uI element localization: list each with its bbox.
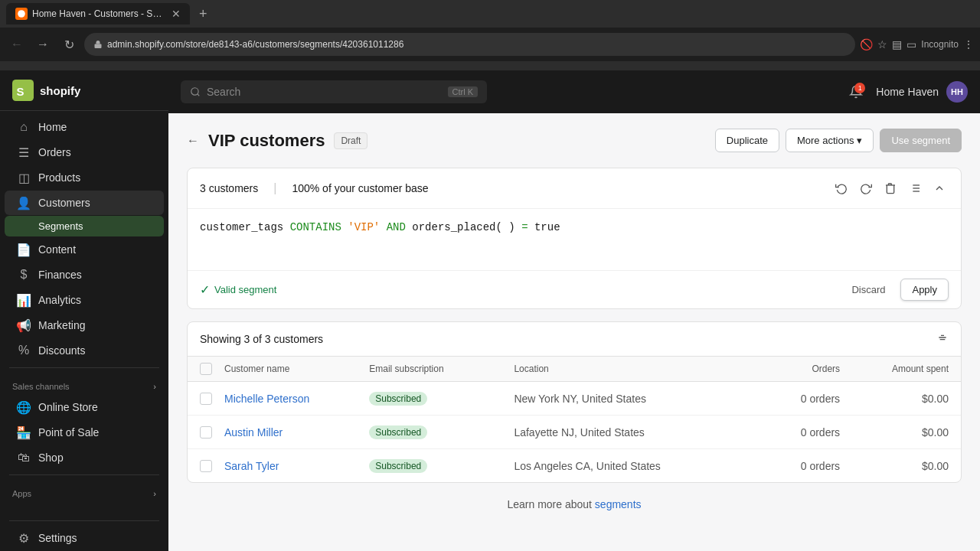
row-3-checkbox[interactable] — [200, 460, 212, 472]
customer-amount-2: $0.00 — [840, 426, 949, 439]
code-eq: = — [521, 221, 528, 233]
subscribed-badge-2: Subscribed — [369, 425, 427, 439]
apps-expand[interactable]: › — [153, 489, 156, 498]
discard-btn[interactable]: Discard — [842, 279, 894, 300]
apply-btn[interactable]: Apply — [900, 279, 949, 301]
customer-name-2[interactable]: Austin Miller — [224, 426, 369, 439]
bookmark-icon[interactable]: ☆ — [877, 38, 887, 51]
notification-btn[interactable]: 1 — [844, 80, 868, 104]
code-and-kw: AND — [387, 221, 406, 233]
extensions-icon[interactable]: ▤ — [892, 38, 902, 51]
sidebar-item-settings[interactable]: ⚙ Settings — [5, 526, 164, 550]
col-header-orders: Orders — [731, 364, 840, 374]
sidebar-item-segments[interactable]: Segments — [5, 216, 164, 236]
notification-badge: 1 — [854, 83, 865, 93]
sidebar-item-finances[interactable]: $ Finances — [5, 262, 164, 287]
filter-btn[interactable] — [906, 179, 924, 197]
sidebar-item-content[interactable]: 📄 Content — [5, 237, 164, 262]
sidebar-item-label: Home — [38, 121, 67, 133]
browser-titlebar: Home Haven - Customers - Sho... ✕ + — [0, 0, 980, 28]
topbar-search[interactable]: Search Ctrl K — [181, 80, 487, 103]
back-to-customers-btn[interactable]: ← — [187, 134, 199, 148]
sidebar-item-marketing[interactable]: 📢 Marketing — [5, 313, 164, 337]
row-2-checkbox[interactable] — [200, 426, 212, 439]
customer-orders-1: 0 orders — [731, 393, 840, 405]
draft-badge: Draft — [334, 132, 368, 149]
window-icon[interactable]: ▭ — [906, 38, 916, 51]
customer-name-3[interactable]: Sarah Tyler — [224, 460, 369, 472]
sidebar-item-customers[interactable]: 👤 Customers — [5, 191, 164, 215]
forward-btn[interactable]: → — [32, 34, 54, 55]
sidebar-item-label: Shop — [38, 452, 64, 464]
col-header-email: Email subscription — [369, 364, 514, 374]
topbar-right: 1 Home Haven HH — [844, 80, 968, 104]
customer-base: 100% of your customer base — [292, 182, 428, 194]
sidebar-item-online-store[interactable]: 🌐 Online Store — [5, 395, 164, 419]
sidebar-item-label: Customers — [38, 197, 90, 209]
col-header-location: Location — [514, 364, 731, 374]
reload-btn[interactable]: ↻ — [58, 34, 80, 55]
row-checkbox-1[interactable] — [200, 393, 224, 405]
use-segment-btn[interactable]: Use segment — [880, 129, 962, 152]
code-and — [380, 221, 386, 233]
more-actions-btn[interactable]: More actions ▾ — [786, 129, 874, 152]
shopify-text: shopify — [40, 84, 80, 97]
segments-link[interactable]: segments — [595, 498, 642, 510]
redo-btn[interactable] — [857, 179, 875, 197]
row-checkbox-2[interactable] — [200, 426, 224, 439]
sidebar-item-point-of-sale[interactable]: 🏪 Point of Sale — [5, 420, 164, 445]
discounts-icon: % — [17, 344, 31, 357]
sales-channels-expand[interactable]: › — [153, 382, 156, 391]
sidebar: S shopify ⌂ Home ☰ Orders ◫ Products 👤 C… — [0, 70, 168, 551]
tab-close-btn[interactable]: ✕ — [172, 8, 181, 19]
row-checkbox-3[interactable] — [200, 460, 224, 472]
sidebar-item-label: Content — [38, 243, 76, 256]
new-tab-btn[interactable]: + — [199, 6, 207, 22]
select-all-checkbox[interactable] — [200, 363, 212, 375]
separator: | — [273, 181, 276, 195]
editor-tools — [832, 179, 949, 197]
svg-rect-1 — [95, 44, 102, 49]
eye-slash-icon[interactable]: 🚫 — [860, 38, 873, 51]
undo-btn[interactable] — [832, 179, 851, 197]
sidebar-item-analytics[interactable]: 📊 Analytics — [5, 288, 164, 312]
svg-text:S: S — [17, 85, 24, 98]
duplicate-btn[interactable]: Duplicate — [715, 129, 779, 152]
analytics-icon: 📊 — [17, 293, 31, 307]
sidebar-item-shop[interactable]: 🛍 Shop — [5, 445, 164, 470]
orders-icon: ☰ — [17, 145, 31, 159]
editor-header: 3 customers | 100% of your customer base — [188, 168, 961, 209]
collapse-btn[interactable] — [930, 179, 949, 197]
back-btn[interactable]: ← — [6, 34, 28, 55]
customer-name-1[interactable]: Michelle Peterson — [224, 393, 369, 405]
address-bar[interactable]: admin.shopify.com/store/de8143-a6/custom… — [84, 33, 855, 56]
active-tab[interactable]: Home Haven - Customers - Sho... ✕ — [6, 3, 190, 24]
customer-email-2: Subscribed — [369, 425, 514, 439]
segment-editor: 3 customers | 100% of your customer base — [187, 168, 962, 309]
sidebar-item-label: Online Store — [38, 401, 98, 413]
delete-segment-btn[interactable] — [881, 179, 900, 197]
row-1-checkbox[interactable] — [200, 393, 212, 405]
sidebar-item-discounts[interactable]: % Discounts — [5, 338, 164, 363]
customer-orders-3: 0 orders — [731, 460, 840, 472]
browser-nav-actions: 🚫 ☆ ▤ ▭ Incognito ⋮ — [860, 38, 974, 51]
store-avatar[interactable]: HH — [946, 81, 968, 103]
table-row: Michelle Peterson Subscribed New York NY… — [188, 382, 961, 416]
svg-point-0 — [18, 10, 25, 18]
sidebar-item-home[interactable]: ⌂ Home — [5, 115, 164, 139]
menu-icon[interactable]: ⋮ — [963, 38, 974, 51]
code-vip: 'VIP' — [348, 221, 380, 233]
main-content: ← VIP customers Draft Duplicate More act… — [168, 113, 980, 551]
sort-btn[interactable] — [936, 331, 949, 347]
sidebar-item-label: Analytics — [38, 294, 81, 306]
customer-email-1: Subscribed — [369, 391, 514, 406]
editor-body[interactable]: customer_tags CONTAINS 'VIP' AND orders_… — [188, 209, 961, 270]
svg-point-4 — [191, 88, 198, 95]
sidebar-item-orders[interactable]: ☰ Orders — [5, 140, 164, 165]
sidebar-item-products[interactable]: ◫ Products — [5, 165, 164, 190]
page-title: VIP customers — [208, 131, 325, 151]
nav-divider — [9, 367, 159, 368]
point-of-sale-icon: 🏪 — [17, 425, 31, 439]
sidebar-item-label: Discounts — [38, 344, 85, 357]
valid-segment-label: Valid segment — [214, 284, 276, 295]
